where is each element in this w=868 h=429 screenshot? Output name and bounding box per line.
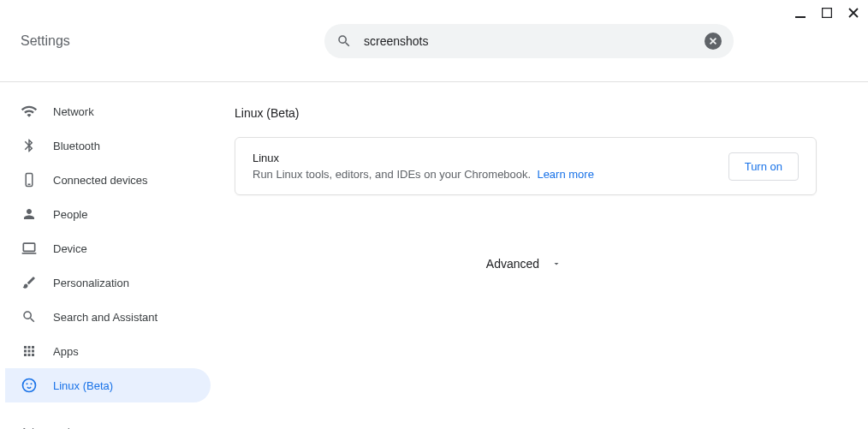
sidebar-item-label: Apps — [53, 345, 79, 358]
search-box[interactable] — [324, 24, 734, 58]
sidebar-item-search-assistant[interactable]: Search and Assistant — [5, 300, 211, 334]
sidebar-advanced-label: Advanced — [21, 426, 70, 430]
svg-rect-4 — [23, 243, 34, 251]
laptop-icon — [21, 240, 38, 257]
minimize-icon[interactable] — [794, 7, 806, 19]
sidebar-advanced-toggle[interactable]: Advanced — [5, 411, 211, 429]
card-title: Linux — [253, 152, 594, 164]
svg-rect-0 — [795, 16, 806, 18]
sidebar-item-label: Search and Assistant — [53, 311, 158, 324]
svg-point-8 — [31, 383, 33, 384]
sidebar-item-connected-devices[interactable]: Connected devices — [5, 163, 211, 197]
advanced-label: Advanced — [486, 257, 539, 271]
wifi-icon — [21, 103, 38, 120]
page-title: Settings — [21, 33, 324, 49]
sidebar: Network Bluetooth Connected devices Peop… — [0, 82, 223, 429]
card-description: Run Linux tools, editors, and IDEs on yo… — [253, 168, 594, 181]
sidebar-item-bluetooth[interactable]: Bluetooth — [5, 128, 211, 163]
sidebar-item-label: Network — [53, 105, 94, 118]
turn-on-button[interactable]: Turn on — [728, 152, 799, 181]
svg-point-7 — [27, 383, 28, 384]
person-icon — [21, 206, 38, 223]
close-icon[interactable] — [847, 7, 859, 19]
sidebar-item-label: Connected devices — [53, 174, 148, 187]
svg-point-6 — [23, 379, 36, 392]
sidebar-item-label: Bluetooth — [53, 140, 100, 152]
phone-icon — [21, 171, 38, 188]
sidebar-item-label: Device — [53, 242, 87, 255]
linux-icon — [21, 377, 38, 394]
sidebar-item-network[interactable]: Network — [5, 94, 211, 128]
learn-more-link[interactable]: Learn more — [537, 168, 593, 181]
brush-icon — [21, 274, 38, 291]
sidebar-item-label: People — [53, 208, 87, 221]
header: Settings — [0, 0, 868, 82]
advanced-expand[interactable]: Advanced — [180, 257, 868, 271]
search-input[interactable] — [364, 34, 705, 48]
sidebar-item-linux[interactable]: Linux (Beta) — [5, 368, 211, 402]
apps-icon — [21, 343, 38, 360]
section-title: Linux (Beta) — [235, 106, 868, 120]
sidebar-item-personalization[interactable]: Personalization — [5, 265, 211, 300]
main-content: Linux (Beta) Linux Run Linux tools, edit… — [223, 82, 868, 429]
window-controls — [794, 7, 859, 19]
clear-search-icon[interactable] — [705, 33, 722, 50]
chevron-down-icon — [551, 259, 562, 269]
linux-card: Linux Run Linux tools, editors, and IDEs… — [235, 137, 817, 195]
sidebar-item-apps[interactable]: Apps — [5, 334, 211, 368]
maximize-icon[interactable] — [822, 8, 832, 18]
bluetooth-icon — [21, 137, 38, 154]
sidebar-item-label: Personalization — [53, 277, 129, 289]
svg-rect-1 — [823, 9, 832, 18]
search-icon — [21, 308, 38, 325]
sidebar-item-label: Linux (Beta) — [53, 379, 113, 392]
search-icon — [336, 33, 352, 49]
sidebar-item-people[interactable]: People — [5, 197, 211, 231]
